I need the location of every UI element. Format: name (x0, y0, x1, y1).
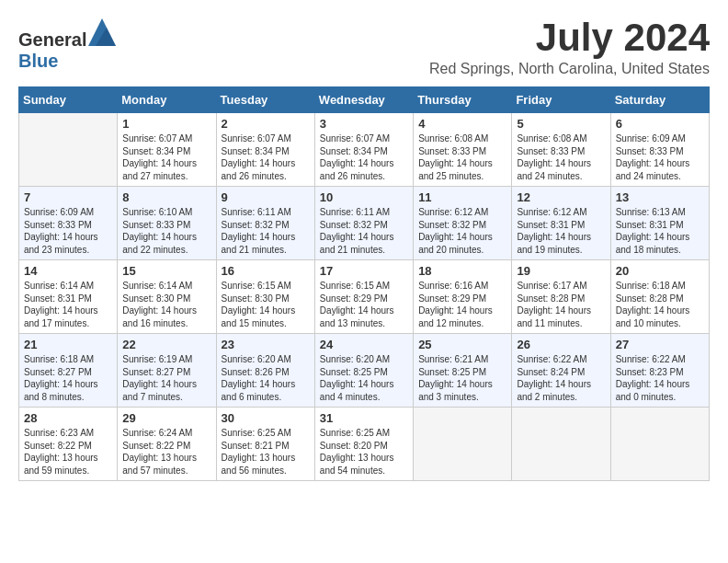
logo-general-text: General (18, 29, 86, 50)
day-info: Sunrise: 6:09 AM Sunset: 8:33 PM Dayligh… (24, 206, 112, 256)
day-number: 4 (418, 117, 506, 131)
day-number: 2 (222, 117, 310, 131)
day-number: 26 (517, 338, 605, 351)
day-info: Sunrise: 6:16 AM Sunset: 8:29 PM Dayligh… (418, 280, 506, 329)
day-number: 22 (122, 338, 210, 351)
day-number: 16 (222, 264, 310, 278)
calendar-day-header-tuesday: Tuesday (216, 87, 314, 113)
calendar-day-14: 14Sunrise: 6:14 AM Sunset: 8:31 PM Dayli… (19, 260, 118, 334)
day-number: 7 (24, 190, 112, 204)
day-number: 3 (320, 117, 408, 131)
logo: General Blue (18, 18, 116, 72)
logo-icon (88, 18, 116, 46)
day-info: Sunrise: 6:22 AM Sunset: 8:23 PM Dayligh… (616, 353, 704, 403)
day-info: Sunrise: 6:08 AM Sunset: 8:33 PM Dayligh… (517, 132, 605, 182)
calendar-day-2: 2Sunrise: 6:07 AM Sunset: 8:34 PM Daylig… (216, 113, 314, 187)
calendar-week-row: 14Sunrise: 6:14 AM Sunset: 8:31 PM Dayli… (19, 260, 710, 334)
day-number: 6 (616, 117, 704, 131)
day-number: 31 (320, 411, 408, 425)
calendar-day-30: 30Sunrise: 6:25 AM Sunset: 8:21 PM Dayli… (216, 408, 314, 481)
calendar-day-25: 25Sunrise: 6:21 AM Sunset: 8:25 PM Dayli… (414, 334, 512, 408)
day-number: 17 (320, 264, 408, 278)
day-info: Sunrise: 6:18 AM Sunset: 8:28 PM Dayligh… (616, 280, 704, 329)
day-info: Sunrise: 6:12 AM Sunset: 8:32 PM Dayligh… (418, 206, 506, 256)
day-info: Sunrise: 6:07 AM Sunset: 8:34 PM Dayligh… (320, 132, 408, 182)
calendar-day-22: 22Sunrise: 6:19 AM Sunset: 8:27 PM Dayli… (118, 334, 216, 408)
day-number: 19 (517, 264, 605, 278)
day-info: Sunrise: 6:20 AM Sunset: 8:25 PM Dayligh… (320, 353, 408, 403)
logo-blue-text: Blue (18, 51, 58, 71)
day-number: 23 (222, 338, 310, 351)
day-number: 25 (418, 338, 506, 351)
calendar-day-23: 23Sunrise: 6:20 AM Sunset: 8:26 PM Dayli… (216, 334, 314, 408)
calendar-week-row: 7Sunrise: 6:09 AM Sunset: 8:33 PM Daylig… (19, 187, 710, 260)
day-info: Sunrise: 6:15 AM Sunset: 8:30 PM Dayligh… (222, 280, 310, 329)
page-header: General Blue July 2024 Red Springs, Nort… (18, 18, 710, 77)
calendar-header-row: SundayMondayTuesdayWednesdayThursdayFrid… (19, 87, 710, 113)
day-info: Sunrise: 6:19 AM Sunset: 8:27 PM Dayligh… (122, 353, 210, 403)
location-subtitle: Red Springs, North Carolina, United Stat… (429, 61, 710, 77)
calendar-day-7: 7Sunrise: 6:09 AM Sunset: 8:33 PM Daylig… (19, 187, 118, 260)
calendar-day-5: 5Sunrise: 6:08 AM Sunset: 8:33 PM Daylig… (512, 113, 610, 187)
calendar-day-17: 17Sunrise: 6:15 AM Sunset: 8:29 PM Dayli… (314, 260, 413, 334)
day-info: Sunrise: 6:25 AM Sunset: 8:21 PM Dayligh… (222, 427, 310, 477)
calendar-day-29: 29Sunrise: 6:24 AM Sunset: 8:22 PM Dayli… (118, 408, 216, 481)
calendar-empty-cell (414, 408, 512, 481)
day-number: 20 (616, 264, 704, 278)
calendar-day-6: 6Sunrise: 6:09 AM Sunset: 8:33 PM Daylig… (610, 113, 709, 187)
calendar-day-header-sunday: Sunday (19, 87, 118, 113)
day-info: Sunrise: 6:24 AM Sunset: 8:22 PM Dayligh… (122, 427, 210, 477)
day-info: Sunrise: 6:11 AM Sunset: 8:32 PM Dayligh… (320, 206, 408, 256)
day-info: Sunrise: 6:22 AM Sunset: 8:24 PM Dayligh… (517, 353, 605, 403)
logo-wordmark: General Blue (18, 18, 116, 72)
calendar-day-9: 9Sunrise: 6:11 AM Sunset: 8:32 PM Daylig… (216, 187, 314, 260)
day-info: Sunrise: 6:07 AM Sunset: 8:34 PM Dayligh… (222, 132, 310, 182)
calendar-day-10: 10Sunrise: 6:11 AM Sunset: 8:32 PM Dayli… (314, 187, 413, 260)
calendar-day-27: 27Sunrise: 6:22 AM Sunset: 8:23 PM Dayli… (610, 334, 709, 408)
day-info: Sunrise: 6:12 AM Sunset: 8:31 PM Dayligh… (517, 206, 605, 256)
calendar-day-header-monday: Monday (118, 87, 216, 113)
day-number: 28 (24, 411, 112, 425)
day-info: Sunrise: 6:07 AM Sunset: 8:34 PM Dayligh… (122, 132, 210, 182)
day-number: 9 (222, 190, 310, 204)
day-number: 14 (24, 264, 112, 278)
day-info: Sunrise: 6:23 AM Sunset: 8:22 PM Dayligh… (24, 427, 112, 477)
day-info: Sunrise: 6:10 AM Sunset: 8:33 PM Dayligh… (122, 206, 210, 256)
day-number: 5 (517, 117, 605, 131)
day-info: Sunrise: 6:15 AM Sunset: 8:29 PM Dayligh… (320, 280, 408, 329)
day-info: Sunrise: 6:13 AM Sunset: 8:31 PM Dayligh… (616, 206, 704, 256)
day-number: 1 (122, 117, 210, 131)
calendar-table: SundayMondayTuesdayWednesdayThursdayFrid… (18, 86, 710, 481)
calendar-empty-cell (512, 408, 610, 481)
calendar-empty-cell (19, 113, 118, 187)
calendar-day-20: 20Sunrise: 6:18 AM Sunset: 8:28 PM Dayli… (610, 260, 709, 334)
calendar-week-row: 1Sunrise: 6:07 AM Sunset: 8:34 PM Daylig… (19, 113, 710, 187)
day-number: 24 (320, 338, 408, 351)
calendar-day-12: 12Sunrise: 6:12 AM Sunset: 8:31 PM Dayli… (512, 187, 610, 260)
day-number: 13 (616, 190, 704, 204)
day-number: 29 (122, 411, 210, 425)
day-number: 21 (24, 338, 112, 351)
calendar-day-11: 11Sunrise: 6:12 AM Sunset: 8:32 PM Dayli… (414, 187, 512, 260)
calendar-day-18: 18Sunrise: 6:16 AM Sunset: 8:29 PM Dayli… (414, 260, 512, 334)
day-number: 18 (418, 264, 506, 278)
calendar-empty-cell (610, 408, 709, 481)
day-info: Sunrise: 6:14 AM Sunset: 8:30 PM Dayligh… (122, 280, 210, 329)
day-info: Sunrise: 6:14 AM Sunset: 8:31 PM Dayligh… (24, 280, 112, 329)
day-info: Sunrise: 6:21 AM Sunset: 8:25 PM Dayligh… (418, 353, 506, 403)
calendar-day-header-friday: Friday (512, 87, 610, 113)
calendar-day-header-saturday: Saturday (610, 87, 709, 113)
calendar-week-row: 28Sunrise: 6:23 AM Sunset: 8:22 PM Dayli… (19, 408, 710, 481)
day-info: Sunrise: 6:08 AM Sunset: 8:33 PM Dayligh… (418, 132, 506, 182)
calendar-day-19: 19Sunrise: 6:17 AM Sunset: 8:28 PM Dayli… (512, 260, 610, 334)
title-block: July 2024 Red Springs, North Carolina, U… (429, 18, 710, 77)
day-info: Sunrise: 6:20 AM Sunset: 8:26 PM Dayligh… (222, 353, 310, 403)
calendar-day-31: 31Sunrise: 6:25 AM Sunset: 8:20 PM Dayli… (314, 408, 413, 481)
calendar-week-row: 21Sunrise: 6:18 AM Sunset: 8:27 PM Dayli… (19, 334, 710, 408)
calendar-day-header-wednesday: Wednesday (314, 87, 413, 113)
calendar-day-24: 24Sunrise: 6:20 AM Sunset: 8:25 PM Dayli… (314, 334, 413, 408)
calendar-day-13: 13Sunrise: 6:13 AM Sunset: 8:31 PM Dayli… (610, 187, 709, 260)
day-number: 30 (222, 411, 310, 425)
day-number: 10 (320, 190, 408, 204)
calendar-day-1: 1Sunrise: 6:07 AM Sunset: 8:34 PM Daylig… (118, 113, 216, 187)
